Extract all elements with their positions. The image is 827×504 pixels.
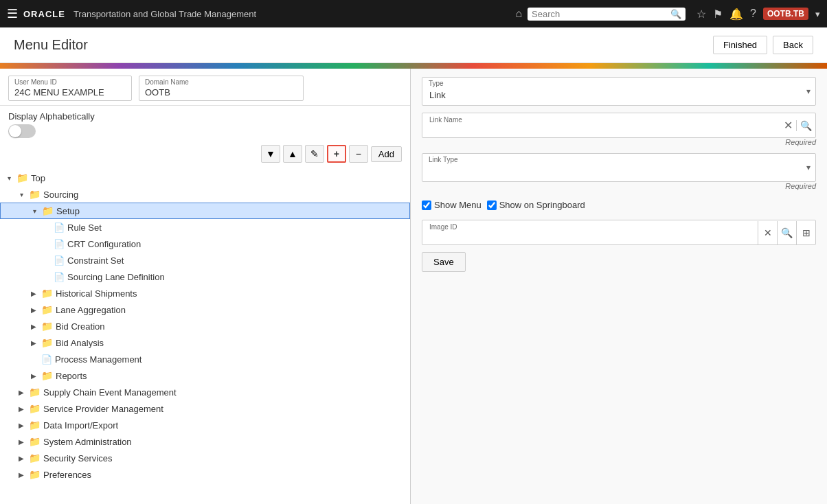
image-id-input[interactable] <box>422 220 758 244</box>
home-icon[interactable]: ⌂ <box>515 8 522 20</box>
expand-icon-top[interactable]: ▾ <box>4 173 14 183</box>
tree-item-sourcing-lane[interactable]: 📄Sourcing Lane Definition <box>0 268 410 285</box>
tree-toolbar: ▼ ▲ ✎ + − Add <box>0 141 410 167</box>
tree-item-bid-analysis[interactable]: ▶📁Bid Analysis <box>0 334 410 351</box>
image-id-search-icon[interactable]: 🔍 <box>777 221 796 244</box>
tree-label-historical-shipments: Historical Shipments <box>56 288 137 299</box>
expand-icon-security-services[interactable]: ▶ <box>16 453 26 463</box>
expand-icon-reports[interactable]: ▶ <box>29 371 38 380</box>
tree-label-data-import: Data Import/Export <box>43 420 118 431</box>
tree-label-reports: Reports <box>56 371 87 381</box>
folder-icon-data-import: 📁 <box>29 420 41 431</box>
image-id-clear-icon[interactable]: ✕ <box>758 221 777 244</box>
finished-button[interactable]: Finished <box>713 36 767 54</box>
app-title: Transportation and Global Trade Manageme… <box>73 9 256 19</box>
tree-item-sourcing[interactable]: ▾📁Sourcing <box>0 186 410 203</box>
tree-label-preferences: Preferences <box>43 470 91 480</box>
bell-icon[interactable]: 🔔 <box>729 8 743 21</box>
link-name-label: Link Name <box>429 116 462 124</box>
hamburger-menu-icon[interactable]: ☰ <box>7 6 18 21</box>
type-select[interactable]: Link Folder <box>422 77 816 106</box>
link-name-clear-icon[interactable]: ✕ <box>780 117 796 134</box>
expand-icon-setup[interactable]: ▾ <box>30 206 39 216</box>
tree-item-lane-aggregation[interactable]: ▶📁Lane Aggregation <box>0 301 410 318</box>
link-name-search-icon[interactable]: 🔍 <box>796 120 815 131</box>
doc-icon-crt-config: 📄 <box>54 239 65 249</box>
folder-icon-preferences: 📁 <box>29 469 41 480</box>
expand-icon-system-admin[interactable]: ▶ <box>16 437 26 446</box>
tree-item-preferences[interactable]: ▶📁Preferences <box>0 466 410 483</box>
link-type-select[interactable] <box>422 153 816 182</box>
tree-item-bid-creation[interactable]: ▶📁Bid Creation <box>0 318 410 334</box>
tree-item-constraint-set[interactable]: 📄Constraint Set <box>0 252 410 268</box>
search-input[interactable] <box>532 9 668 19</box>
show-menu-checkbox-item: Show Menu <box>422 200 482 210</box>
user-menu-id-label: User Menu ID <box>14 78 57 86</box>
user-badge[interactable]: OOTB.TB <box>763 8 808 20</box>
image-id-label: Image ID <box>429 223 457 231</box>
tree-item-system-admin[interactable]: ▶📁System Administration <box>0 433 410 450</box>
search-box[interactable]: 🔍 <box>528 8 686 21</box>
nav-icons: ☆ ⚑ 🔔 ? OOTB.TB ▾ <box>696 8 820 21</box>
tree-label-bid-creation: Bid Creation <box>56 321 105 332</box>
folder-icon-lane-aggregation: 📁 <box>41 304 53 315</box>
tree-container[interactable]: ▾📁Top▾📁Sourcing▾📁Setup📄Rule Set📄CRT Conf… <box>0 167 410 504</box>
tree-label-constraint-set: Constraint Set <box>67 255 124 266</box>
tree-label-supply-chain: Supply Chain Event Management <box>43 387 177 398</box>
expand-icon-preferences[interactable]: ▶ <box>16 470 26 479</box>
add-label-button[interactable]: Add <box>371 146 402 162</box>
expand-icon-historical-shipments[interactable]: ▶ <box>29 288 38 298</box>
search-icon: 🔍 <box>670 9 681 19</box>
user-dropdown-icon[interactable]: ▾ <box>815 9 820 19</box>
tree-item-crt-config[interactable]: 📄CRT Configuration <box>0 236 410 252</box>
save-button[interactable]: Save <box>422 252 466 272</box>
tree-item-security-services[interactable]: ▶📁Security Services <box>0 450 410 466</box>
show-menu-label: Show Menu <box>434 200 482 210</box>
tree-item-process-mgmt[interactable]: 📄Process Management <box>0 351 410 367</box>
expand-icon-sourcing[interactable]: ▾ <box>16 190 26 199</box>
tree-item-supply-chain[interactable]: ▶📁Supply Chain Event Management <box>0 384 410 400</box>
page-header: Menu Editor Finished Back <box>0 27 827 63</box>
expand-icon-supply-chain[interactable]: ▶ <box>16 387 26 397</box>
tree-item-top[interactable]: ▾📁Top <box>0 170 410 186</box>
link-name-input[interactable] <box>422 113 780 137</box>
image-id-wrapper: Image ID ✕ 🔍 ⊞ <box>422 220 816 245</box>
fields-row: User Menu ID 24C MENU EXAMPLE Domain Nam… <box>0 69 410 106</box>
folder-icon-service-provider: 📁 <box>29 403 41 414</box>
tree-item-setup[interactable]: ▾📁Setup <box>0 203 410 219</box>
tree-label-system-admin: System Administration <box>43 437 132 447</box>
show-springboard-checkbox[interactable] <box>487 201 497 210</box>
move-down-button[interactable]: ▼ <box>261 145 280 163</box>
help-icon[interactable]: ? <box>750 8 756 20</box>
folder-icon-supply-chain: 📁 <box>29 387 41 398</box>
move-up-button[interactable]: ▲ <box>283 145 302 163</box>
expand-icon-lane-aggregation[interactable]: ▶ <box>29 305 38 314</box>
folder-icon-historical-shipments: 📁 <box>41 288 53 299</box>
flag-icon[interactable]: ⚑ <box>713 8 723 21</box>
show-menu-checkbox[interactable] <box>422 201 431 210</box>
star-icon[interactable]: ☆ <box>696 8 706 21</box>
domain-name-label: Domain Name <box>145 78 189 86</box>
expand-icon-bid-analysis[interactable]: ▶ <box>29 338 38 347</box>
expand-icon-service-provider[interactable]: ▶ <box>16 404 26 413</box>
edit-button[interactable]: ✎ <box>305 145 324 163</box>
image-id-preview-icon[interactable]: ⊞ <box>796 221 815 244</box>
doc-icon-process-mgmt: 📄 <box>41 354 52 365</box>
doc-icon-rule-set: 📄 <box>54 222 65 233</box>
tree-label-service-provider: Service Provider Management <box>43 404 163 414</box>
display-alpha-toggle[interactable] <box>8 124 36 138</box>
tree-item-service-provider[interactable]: ▶📁Service Provider Management <box>0 400 410 417</box>
remove-button[interactable]: − <box>349 145 368 163</box>
expand-icon-bid-creation[interactable]: ▶ <box>29 321 38 331</box>
tree-item-rule-set[interactable]: 📄Rule Set <box>0 219 410 236</box>
tree-item-historical-shipments[interactable]: ▶📁Historical Shipments <box>0 285 410 301</box>
expand-icon-data-import[interactable]: ▶ <box>16 420 26 430</box>
tree-item-data-import[interactable]: ▶📁Data Import/Export <box>0 417 410 433</box>
tree-label-lane-aggregation: Lane Aggregation <box>56 305 126 315</box>
type-field: Type Link Folder ▾ <box>422 77 816 106</box>
add-button[interactable]: + <box>327 145 346 163</box>
tree-item-reports[interactable]: ▶📁Reports <box>0 367 410 384</box>
back-button[interactable]: Back <box>773 36 813 54</box>
tree-label-setup: Setup <box>56 206 80 216</box>
left-panel: User Menu ID 24C MENU EXAMPLE Domain Nam… <box>0 69 411 504</box>
